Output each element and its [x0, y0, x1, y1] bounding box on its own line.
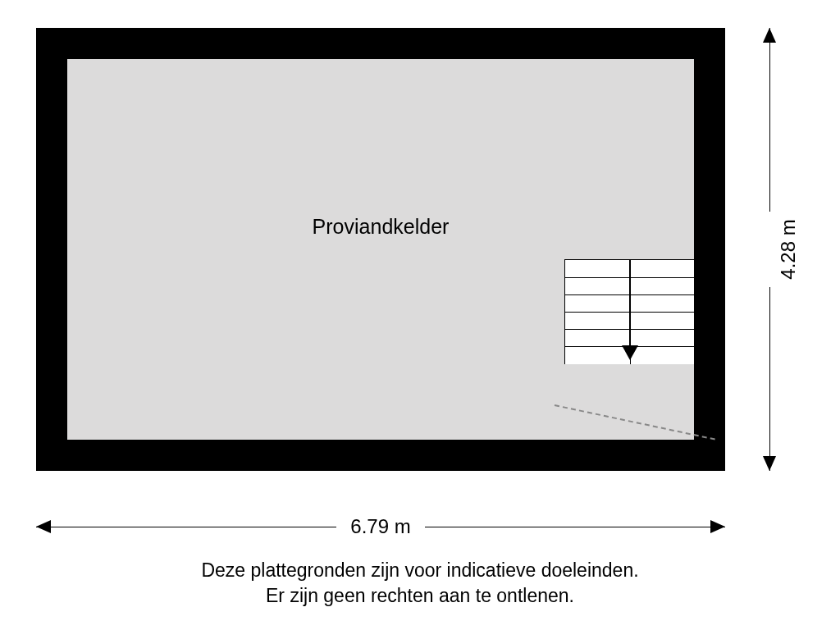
floor-plan: Proviandkelder — [36, 28, 725, 471]
room-label: Proviandkelder — [67, 215, 694, 239]
stairs — [564, 259, 694, 364]
stairs-arrow-head-icon — [622, 345, 638, 360]
dimension-line — [769, 28, 770, 212]
arrow-down-icon — [763, 456, 776, 471]
dimension-line — [425, 527, 725, 527]
dimension-right: 4.28 m — [755, 28, 788, 471]
dimension-bottom: 6.79 m — [36, 517, 725, 550]
dimension-height-label: 4.28 m — [777, 219, 800, 279]
arrow-right-icon — [710, 520, 725, 533]
stairs-arrow-line — [629, 260, 631, 352]
room-proviandkelder: Proviandkelder — [67, 59, 694, 440]
disclaimer: Deze plattegronden zijn voor indicatieve… — [0, 558, 840, 609]
disclaimer-line: Deze plattegronden zijn voor indicatieve… — [0, 558, 840, 583]
stairs-cut-line — [555, 404, 715, 441]
disclaimer-line: Er zijn geen rechten aan te ontlenen. — [0, 583, 840, 609]
dimension-line — [769, 287, 770, 471]
